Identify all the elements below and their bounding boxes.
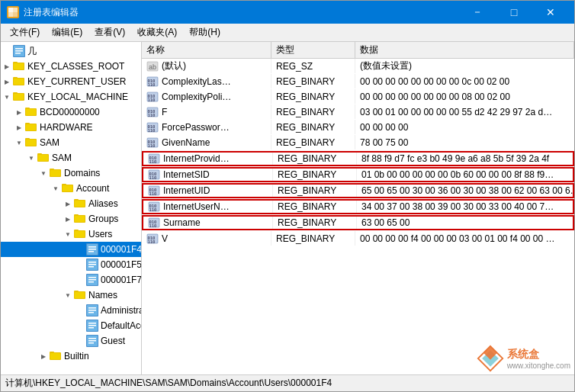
tree-item-user2[interactable]: 000001F5: [1, 257, 141, 272]
list-row[interactable]: 010 110 ComplexityPoli…REG_BINARY00 00 0…: [142, 89, 574, 104]
tree-item-defaccount[interactable]: DefaultAcco…: [1, 318, 141, 333]
tree-item-root[interactable]: 几: [1, 43, 141, 59]
list-row[interactable]: 010 110 VREG_BINARY00 00 00 00 f4 00 00 …: [142, 231, 574, 246]
tree-item-hardware[interactable]: ▶ HARDWARE: [1, 120, 141, 135]
list-cell-type: REG_SZ: [271, 59, 355, 73]
tree-item-users[interactable]: ▼ Users: [1, 227, 141, 242]
svg-rect-47: [88, 251, 94, 252]
tree-label-aliases: Aliases: [88, 198, 118, 209]
tree-expander-aliases[interactable]: ▶: [62, 198, 74, 210]
close-button[interactable]: ✕: [533, 1, 568, 24]
list-cell-data: 00 00 00 00 00 00 00 00 08 00 02 00: [355, 89, 574, 104]
list-row[interactable]: 010 110 InternetUserN…REG_BINARY34 00 37…: [142, 199, 574, 214]
svg-rect-25: [26, 140, 36, 146]
tree-expander-domains[interactable]: ▼: [37, 167, 50, 179]
tree-item-user1[interactable]: 000001F4: [1, 242, 141, 257]
svg-rect-6: [15, 50, 23, 52]
tree-item-groups[interactable]: ▶ Groups: [1, 211, 141, 227]
list-row[interactable]: 010 110 SurnameREG_BINARY63 00 65 00: [142, 215, 574, 230]
list-cell-data: 03 00 01 00 00 00 00 00 55 d2 42 29 97 2…: [355, 104, 574, 119]
list-cell-name: 010 110 V: [142, 231, 271, 246]
header-name[interactable]: 名称: [142, 42, 271, 58]
reg-value-icon: 010 110: [146, 233, 159, 245]
tree-item-aliases[interactable]: ▶ Aliases: [1, 196, 141, 211]
list-row[interactable]: 010 110 GivenNameREG_BINARY78 00 75 00: [142, 135, 574, 150]
list-cell-data: 63 00 65 00: [357, 217, 573, 229]
tree-panel[interactable]: 几▶ KEY_CLASSES_ROOT▶ KEY_CURRENT_USER▼ K…: [1, 42, 142, 374]
tree-expander-local_machine[interactable]: ▼: [1, 91, 13, 103]
list-row[interactable]: 010 110 ComplexityLas…REG_BINARY00 00 00…: [142, 74, 574, 89]
list-row[interactable]: 010 110 FREG_BINARY03 00 01 00 00 00 00 …: [142, 104, 574, 120]
list-row[interactable]: 010 110 InternetUIDREG_BINARY65 00 65 00…: [142, 183, 574, 198]
svg-rect-37: [75, 201, 85, 207]
list-body[interactable]: ab (默认)REG_SZ(数值未设置) 010 110 ComplexityL…: [142, 59, 574, 374]
menu-view[interactable]: 查看(V): [88, 24, 131, 40]
svg-rect-65: [88, 325, 96, 326]
folder-icon-defaccount: [86, 320, 98, 332]
tree-expander-bcd[interactable]: ▶: [13, 106, 25, 118]
list-cell-type: REG_BINARY: [271, 104, 355, 119]
tree-expander-groups[interactable]: ▶: [62, 213, 74, 225]
menu-file[interactable]: 文件(F): [4, 24, 46, 40]
menu-help[interactable]: 帮助(H): [183, 24, 226, 40]
tree-label-root: 几: [27, 45, 37, 58]
reg-value-icon: ab: [146, 60, 159, 72]
watermark-url: www.xitonghe.com: [507, 361, 570, 370]
tree-item-current_user[interactable]: ▶ KEY_CURRENT_USER: [1, 74, 141, 89]
svg-text:110: 110: [148, 97, 156, 101]
tree-item-sam2[interactable]: ▼ SAM: [1, 150, 141, 165]
tree-expander-users[interactable]: ▼: [62, 228, 74, 240]
folder-icon-hardware: [25, 121, 37, 133]
list-value-name: InternetSID: [163, 169, 210, 180]
list-row[interactable]: 010 110 ForcePasswor…REG_BINARY00 00 00 …: [142, 120, 574, 135]
tree-expander-user1[interactable]: [74, 243, 86, 255]
tree-expander-account[interactable]: ▼: [50, 182, 62, 194]
folder-icon-sam2: [37, 152, 50, 164]
tree-expander-classes_root[interactable]: ▶: [1, 60, 13, 72]
tree-item-user3[interactable]: 000001F7: [1, 272, 141, 288]
tree-expander-user3[interactable]: [74, 274, 86, 286]
folder-icon-classes_root: [13, 60, 25, 72]
tree-item-admin[interactable]: Administrato…: [1, 303, 141, 318]
svg-rect-68: [88, 338, 96, 339]
tree-label-defaccount: DefaultAcco…: [101, 320, 142, 331]
menu-edit[interactable]: 编辑(E): [46, 24, 88, 40]
svg-rect-16: [14, 94, 24, 100]
minimize-button[interactable]: －: [460, 1, 495, 24]
tree-expander-names[interactable]: ▼: [62, 289, 74, 301]
tree-label-admin: Administrato…: [101, 305, 142, 316]
tree-item-account[interactable]: ▼ Account: [1, 181, 141, 196]
tree-label-sam2: SAM: [52, 153, 72, 163]
tree-item-bcd[interactable]: ▶ BCD00000000: [1, 104, 141, 120]
tree-expander-root[interactable]: [1, 45, 13, 57]
tree-expander-admin[interactable]: [74, 304, 86, 316]
tree-expander-hardware[interactable]: ▶: [13, 121, 25, 133]
tree-item-guest[interactable]: Guest: [1, 333, 141, 349]
tree-expander-current_user[interactable]: ▶: [1, 76, 13, 88]
tree-expander-guest[interactable]: [74, 335, 86, 347]
tree-item-sam[interactable]: ▼ SAM: [1, 135, 141, 150]
list-row[interactable]: 010 110 InternetProvid…REG_BINARY8f 88 f…: [142, 151, 574, 166]
list-cell-name: 010 110 InternetUID: [143, 185, 273, 197]
reg-value-icon: 010 110: [148, 217, 160, 229]
tree-label-current_user: KEY_CURRENT_USER: [27, 76, 126, 87]
list-cell-type: REG_BINARY: [271, 89, 355, 104]
tree-expander-builtin[interactable]: ▶: [37, 350, 50, 362]
list-row[interactable]: ab (默认)REG_SZ(数值未设置): [142, 59, 574, 74]
tree-expander-user2[interactable]: [74, 259, 86, 271]
tree-item-domains[interactable]: ▼ Domains: [1, 165, 141, 181]
list-cell-name: 010 110 InternetUserN…: [143, 201, 273, 213]
tree-item-local_machine[interactable]: ▼ KEY_LOCAL_MACHINE: [1, 89, 141, 104]
menu-favorites[interactable]: 收藏夹(A): [131, 24, 183, 40]
header-type[interactable]: 类型: [271, 42, 355, 58]
maximize-button[interactable]: □: [496, 1, 532, 24]
header-data[interactable]: 数据: [355, 42, 574, 58]
list-row[interactable]: 010 110 InternetSIDREG_BINARY01 0b 00 00…: [142, 167, 574, 182]
tree-item-classes_root[interactable]: ▶ KEY_CLASSES_ROOT: [1, 59, 141, 74]
tree-expander-sam[interactable]: ▼: [13, 137, 25, 149]
tree-label-classes_root: KEY_CLASSES_ROOT: [27, 61, 124, 72]
tree-expander-sam2[interactable]: ▼: [25, 152, 37, 164]
tree-item-names[interactable]: ▼ Names: [1, 288, 141, 303]
tree-item-builtin[interactable]: ▶ Builtin: [1, 349, 141, 364]
tree-expander-defaccount[interactable]: [74, 320, 86, 332]
